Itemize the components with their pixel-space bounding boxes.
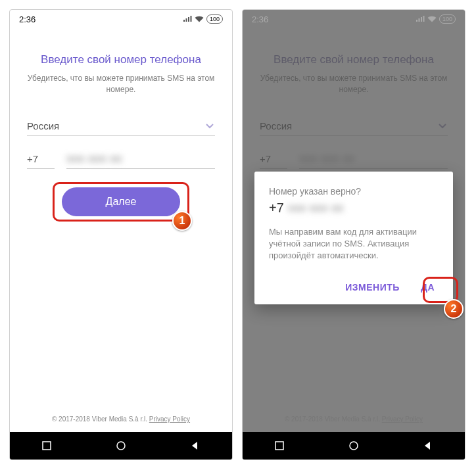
signal-icon: [183, 16, 192, 22]
phone-prefix: +7: [27, 149, 55, 169]
dialog-number: +7 988 888 88: [269, 200, 439, 216]
footer: © 2017-2018 Viber Media S.à r.l. Privacy…: [243, 415, 465, 423]
dialog-message: Мы направим вам код для активации учётно…: [269, 226, 439, 262]
status-bar: 2:36 100: [243, 10, 465, 28]
clock: 2:36: [252, 14, 268, 24]
phone-screen-1: 2:36 100 Введите свой номер телефона Убе…: [9, 9, 233, 460]
svg-rect-2: [275, 442, 283, 450]
recent-apps-icon[interactable]: [41, 440, 52, 451]
page-subtitle: Убедитесь, что вы можете принимать SMS н…: [27, 73, 215, 95]
phone-screen-2: 2:36 100 Введите свой номер телефона Убе…: [242, 9, 465, 460]
privacy-link[interactable]: Privacy Policy: [149, 415, 190, 423]
country-select[interactable]: Россия: [27, 116, 215, 136]
copyright: © 2017-2018 Viber Media S.à r.l.: [52, 415, 147, 423]
battery-indicator: 100: [439, 14, 456, 24]
annotation-step-1: 1: [172, 211, 192, 231]
home-icon[interactable]: [348, 440, 360, 452]
android-navbar: [10, 432, 232, 459]
android-navbar: [243, 432, 465, 459]
dialog-question: Номер указан верно?: [269, 186, 439, 197]
next-button[interactable]: Далее: [62, 187, 180, 216]
country-value: Россия: [27, 120, 59, 131]
svg-rect-0: [43, 442, 51, 450]
edit-button[interactable]: ИЗМЕНИТЬ: [341, 277, 404, 298]
page-title: Введите свой номер телефона: [27, 53, 215, 66]
recent-apps-icon[interactable]: [274, 440, 285, 451]
privacy-link[interactable]: Privacy Policy: [382, 415, 423, 423]
status-bar: 2:36 100: [10, 10, 232, 28]
wifi-icon: [195, 16, 204, 22]
battery-indicator: 100: [206, 14, 223, 24]
home-icon[interactable]: [115, 440, 127, 452]
signal-icon: [416, 16, 425, 22]
yes-button[interactable]: ДА: [417, 277, 439, 298]
phone-input[interactable]: 988 888 88: [66, 149, 215, 169]
back-icon[interactable]: [423, 440, 433, 451]
copyright: © 2017-2018 Viber Media S.à r.l.: [285, 415, 380, 423]
annotation-step-2: 2: [444, 299, 464, 319]
clock: 2:36: [19, 14, 36, 24]
back-icon[interactable]: [190, 440, 201, 451]
confirm-dialog: Номер указан верно? +7 988 888 88 Мы нап…: [254, 172, 453, 304]
svg-point-1: [117, 442, 125, 450]
footer: © 2017-2018 Viber Media S.à r.l. Privacy…: [10, 415, 232, 423]
phone-value-masked: 988 888 88: [66, 153, 122, 164]
wifi-icon: [427, 16, 437, 22]
chevron-down-icon: [204, 120, 215, 131]
svg-point-3: [350, 442, 358, 450]
